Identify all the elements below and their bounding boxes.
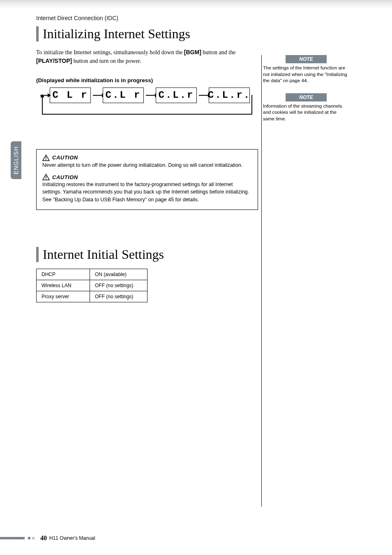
cell-value: ON (available) bbox=[90, 269, 148, 280]
loop-arrow-up-icon bbox=[42, 95, 43, 104]
seg-display-1: C L r bbox=[50, 88, 91, 103]
intro-bgm-button-ref: [BGM] bbox=[184, 49, 201, 55]
intro-text: button and the bbox=[201, 49, 236, 55]
caution-label: CAUTION bbox=[52, 154, 78, 161]
note-text-1: The settings of the Internet function ar… bbox=[263, 65, 349, 84]
note-box-1: NOTE The settings of the Internet functi… bbox=[263, 55, 349, 84]
loop-drop-right bbox=[251, 95, 252, 104]
caution-text-2b: See "Backing Up Data to USB Flash Memory… bbox=[42, 196, 252, 204]
breadcrumb: Internet Direct Connection (IDC) bbox=[36, 15, 118, 21]
caution-text-1: Never attempt to turn off the power duri… bbox=[42, 162, 252, 169]
seg-display-4: C.L.r. bbox=[209, 88, 250, 103]
intro-text: To initialize the Internet settings, sim… bbox=[36, 49, 184, 55]
cell-value: OFF (no settings) bbox=[90, 280, 148, 291]
table-row: Proxy server OFF (no settings) bbox=[37, 291, 148, 302]
loop-line bbox=[42, 103, 252, 115]
arrow-icon bbox=[40, 95, 50, 96]
cell-key: Proxy server bbox=[37, 291, 90, 302]
note-label: NOTE bbox=[286, 93, 327, 101]
column-divider bbox=[261, 55, 262, 507]
table-row: Wireless LAN OFF (no settings) bbox=[37, 280, 148, 291]
table-row: DHCP ON (available) bbox=[37, 269, 148, 280]
svg-point-2 bbox=[46, 159, 46, 160]
section-title-initial-settings: Internet Initial Settings bbox=[36, 247, 258, 262]
caution-text-2a: Initializing restores the instrument to … bbox=[42, 181, 252, 196]
doc-title: H11 Owner's Manual bbox=[49, 535, 95, 541]
seg-display-2: C.L r bbox=[103, 88, 144, 103]
intro-text: button and turn on the power. bbox=[72, 58, 141, 64]
main-column: Initializing Internet Settings To initia… bbox=[36, 26, 258, 302]
page-footer: 40 H11 Owner's Manual bbox=[0, 534, 392, 542]
intro-paragraph: To initialize the Internet settings, sim… bbox=[36, 48, 258, 66]
settings-table: DHCP ON (available) Wireless LAN OFF (no… bbox=[36, 269, 148, 302]
warning-icon bbox=[42, 174, 50, 180]
sidebar-column: NOTE The settings of the Internet functi… bbox=[263, 55, 349, 131]
warning-icon bbox=[42, 154, 50, 161]
caution-label: CAUTION bbox=[52, 174, 78, 180]
page-number: 40 bbox=[40, 534, 47, 542]
footer-dot bbox=[28, 537, 30, 539]
caution-heading: CAUTION bbox=[42, 154, 252, 161]
caution-heading: CAUTION bbox=[42, 174, 252, 180]
language-tab: ENGLISH bbox=[11, 141, 21, 179]
footer-dot bbox=[32, 537, 35, 539]
caution-block: CAUTION Never attempt to turn off the po… bbox=[36, 149, 258, 210]
seg-display-3: C.L.r bbox=[156, 88, 197, 103]
section-title-initializing: Initializing Internet Settings bbox=[36, 26, 258, 41]
note-text-2: Information of the streaming channels an… bbox=[263, 103, 349, 122]
language-label: ENGLISH bbox=[13, 146, 19, 174]
cell-key: Wireless LAN bbox=[37, 280, 90, 291]
footer-bar bbox=[0, 537, 25, 539]
cell-value: OFF (no settings) bbox=[90, 291, 148, 302]
svg-point-5 bbox=[46, 178, 46, 179]
intro-playstop-button-ref: [PLAY/STOP] bbox=[36, 58, 72, 64]
display-cycle-diagram: C L r C.L r C.L.r C.L.r. bbox=[36, 88, 258, 124]
note-label: NOTE bbox=[286, 55, 327, 63]
note-box-2: NOTE Information of the streaming channe… bbox=[263, 93, 349, 122]
display-caption: (Displayed while initialization is in pr… bbox=[36, 77, 258, 83]
page-top-gradient bbox=[0, 0, 392, 9]
cell-key: DHCP bbox=[37, 269, 90, 280]
